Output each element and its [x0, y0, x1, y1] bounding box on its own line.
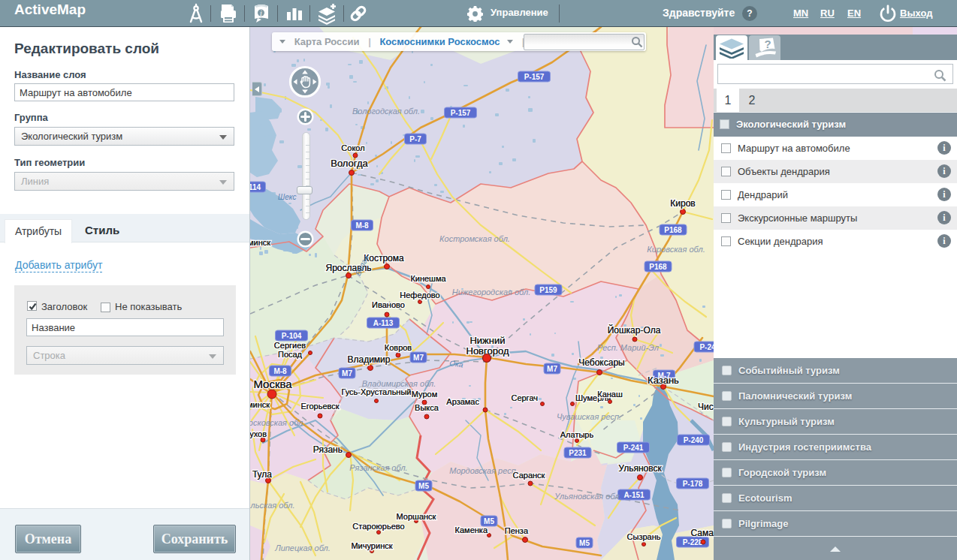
svg-text:Чебоксары: Чебоксары [578, 357, 624, 368]
svg-text:Рязань: Рязань [313, 444, 343, 455]
svg-text:Р-157: Р-157 [451, 109, 471, 117]
svg-text:Сызрань: Сызрань [627, 532, 661, 541]
svg-text:Липецкая обл.: Липецкая обл. [274, 543, 331, 552]
svg-text:?: ? [764, 38, 771, 50]
svg-text:льская обл.: льская обл. [250, 501, 295, 510]
svg-text:М7: М7 [413, 354, 424, 362]
svg-text:Нижний: Нижний [469, 335, 505, 346]
svg-text:Р-178: Р-178 [683, 480, 703, 488]
svg-text:Староюрьево: Староюрьево [352, 522, 404, 531]
svg-text:Р-157: Р-157 [524, 73, 545, 81]
svg-text:Выкса: Выкса [415, 403, 439, 412]
svg-text:Арзамас: Арзамас [446, 397, 479, 406]
svg-text:Саранск: Саранск [513, 471, 545, 480]
svg-text:Москва: Москва [253, 378, 292, 390]
svg-text:Респ. Марий-Эл: Респ. Марий-Эл [597, 343, 659, 352]
svg-text:Сергач: Сергач [511, 393, 538, 402]
svg-text:М7: М7 [342, 369, 352, 378]
svg-text:Владимир: Владимир [347, 354, 390, 365]
svg-text:114: 114 [250, 183, 261, 191]
svg-text:Тула: Тула [252, 469, 272, 480]
svg-text:Гусь-Хрустальный: Гусь-Хрустальный [341, 387, 411, 396]
svg-text:Канаш: Канаш [597, 390, 623, 399]
svg-text:Ульяновск: Ульяновск [618, 463, 662, 474]
svg-text:Р159: Р159 [539, 286, 557, 294]
svg-text:Моршанск: Моршанск [397, 512, 436, 521]
svg-text:Московская обл.: Московская обл. [250, 418, 305, 427]
svg-text:М7: М7 [547, 365, 557, 373]
svg-text:Вологодская обл.: Вологодская обл. [352, 107, 420, 116]
svg-text:минск: минск [250, 400, 270, 409]
svg-text:минск: минск [250, 238, 270, 247]
svg-text:Р168: Р168 [649, 263, 667, 271]
svg-text:Чис: Чис [698, 402, 714, 412]
svg-text:Казань: Казань [648, 375, 679, 386]
svg-text:Шекс: Шекс [278, 193, 296, 201]
svg-text:Алатырь: Алатырь [560, 430, 594, 439]
svg-text:Каменка: Каменка [455, 525, 488, 534]
svg-text:Сокол: Сокол [341, 143, 364, 152]
svg-text:Кировская обл.: Кировская обл. [647, 245, 705, 254]
svg-text:М-8: М-8 [273, 367, 287, 375]
svg-text:Нижегородская обл.: Нижегородская обл. [452, 288, 531, 297]
svg-text:i: i [260, 9, 262, 17]
svg-text:Р-241: Р-241 [623, 444, 644, 452]
svg-text:Вологда: Вологда [331, 158, 368, 169]
svg-text:Серпухов: Серпухов [250, 429, 267, 438]
svg-text:Ковров: Ковров [385, 343, 412, 352]
svg-text:Р-240: Р-240 [684, 436, 704, 444]
svg-text:Кинешма: Кинешма [410, 274, 446, 283]
svg-text:М-8: М-8 [355, 221, 369, 230]
svg-text:Р-228: Р-228 [683, 538, 703, 546]
svg-text:Чувашская респ.: Чувашская респ. [557, 412, 621, 421]
svg-text:Йошкар-Ола: Йошкар-Ола [608, 324, 661, 336]
svg-text:Р231: Р231 [569, 449, 587, 457]
svg-text:Ульяновская обл.: Ульяновская обл. [554, 492, 621, 501]
svg-text:Р-7: Р-7 [409, 135, 421, 143]
svg-text:М5: М5 [579, 539, 590, 547]
svg-text:М5: М5 [418, 482, 429, 490]
svg-text:Киров: Киров [670, 198, 695, 209]
svg-text:Мордовская респ.: Мордовская респ. [449, 466, 518, 475]
svg-text:Нефедово: Нефедово [400, 291, 439, 300]
svg-text:Иваново: Иваново [372, 300, 405, 309]
svg-text:Р-104: Р-104 [282, 332, 302, 340]
svg-text:Пенза: Пенза [505, 526, 529, 535]
svg-text:Посад: Посад [278, 350, 303, 359]
svg-text:Егорьевск: Егорьевск [300, 402, 339, 411]
svg-text:Костромская обл.: Костромская обл. [439, 234, 510, 243]
svg-text:Рязанская обл.: Рязанская обл. [349, 463, 407, 472]
svg-text:Сергиев: Сергиев [274, 341, 306, 350]
svg-text:А-151: А-151 [623, 491, 645, 499]
svg-text:Муром: Муром [412, 390, 437, 399]
svg-text:Р168: Р168 [664, 226, 682, 234]
svg-text:Мичуринск: Мичуринск [351, 541, 392, 550]
svg-text:А-113: А-113 [373, 319, 394, 327]
svg-text:М5: М5 [484, 517, 494, 525]
